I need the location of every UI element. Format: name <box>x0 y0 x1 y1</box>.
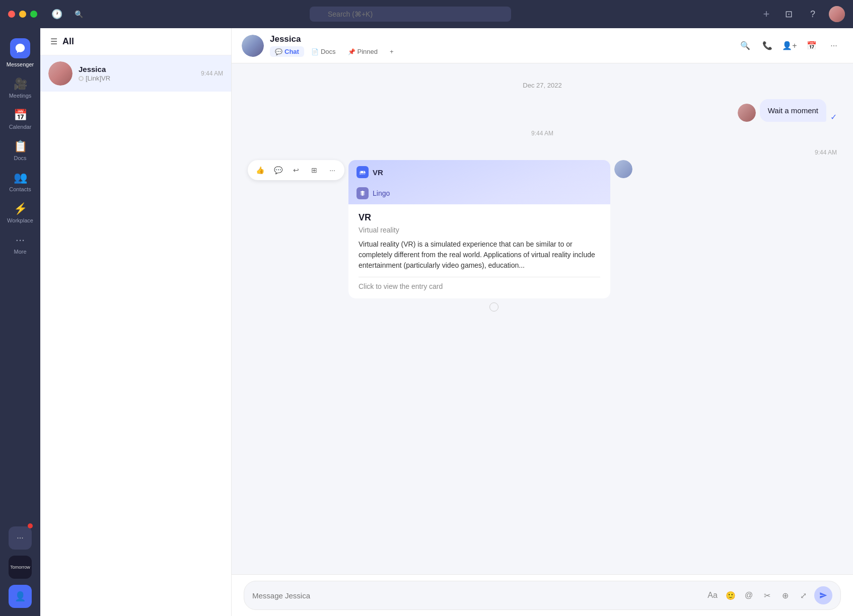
more-options-button[interactable]: ··· <box>825 37 843 55</box>
calendar-button[interactable]: 📅 <box>803 37 821 55</box>
scissors-icon[interactable]: ✂ <box>760 588 774 602</box>
tab-chat-label: Chat <box>285 48 299 55</box>
conv-preview-text: [Link]VR <box>86 74 110 82</box>
sidebar-item-docs[interactable]: 📋 Docs <box>3 136 37 165</box>
user-profile-button[interactable]: 👤 <box>9 585 32 608</box>
sidebar-item-label-calendar: Calendar <box>9 124 32 130</box>
close-button[interactable] <box>8 11 15 18</box>
vr-card-link[interactable]: Click to view the entry card <box>359 282 600 290</box>
send-button[interactable] <box>814 586 832 604</box>
forward-action[interactable]: ↩ <box>288 162 304 178</box>
message-input[interactable] <box>252 591 700 600</box>
traffic-lights <box>8 11 37 18</box>
user-avatar[interactable] <box>829 6 845 22</box>
vr-lingo-row: Lingo <box>348 184 610 204</box>
add-tab-label: + <box>390 48 394 55</box>
conv-time: 9:44 AM <box>201 70 223 77</box>
chat-button[interactable]: ··· <box>9 526 32 550</box>
message-status: ✓ <box>830 112 837 122</box>
message-time: 9:44 AM <box>815 149 837 156</box>
vr-card-definition: Virtual reality <box>359 226 600 234</box>
contacts-icon: 👥 <box>14 171 27 184</box>
input-area: Aa 🙂 @ ✂ ⊕ ⤢ <box>232 574 853 616</box>
emoji-icon[interactable]: 🙂 <box>724 588 738 602</box>
minimize-button[interactable] <box>19 11 26 18</box>
grid-action[interactable]: ⊞ <box>306 162 322 178</box>
reply-action[interactable]: 💬 <box>270 162 286 178</box>
sidebar-item-contacts[interactable]: 👥 Contacts <box>3 167 37 196</box>
message-actions-toolbar: 👍 💬 ↩ ⊞ ··· <box>248 160 344 180</box>
vr-card[interactable]: VR Lingo VR Virtual rea <box>348 160 610 298</box>
mention-icon[interactable]: @ <box>742 588 756 602</box>
pinned-tab-icon: 📌 <box>348 48 356 55</box>
notification-badge <box>28 523 33 528</box>
vr-card-title: VR <box>373 168 383 177</box>
add-member-button[interactable]: 👤+ <box>780 37 799 55</box>
avatar <box>614 160 632 178</box>
workplace-icon: ⚡ <box>14 202 27 215</box>
tomorrow-label: Tomorrow <box>10 565 30 570</box>
font-size-icon[interactable]: Aa <box>705 588 720 602</box>
sidebar-item-meetings[interactable]: 🎥 Meetings <box>3 73 37 103</box>
message-row-with-actions: 👍 💬 ↩ ⊞ ··· <box>248 160 632 298</box>
chat-header-actions: 🔍 📞 👤+ 📅 ··· <box>736 37 843 55</box>
conversations-header: ☰ All <box>40 28 231 55</box>
new-chat-button[interactable]: + <box>758 6 774 22</box>
message-bubble: Wait a moment <box>760 99 826 122</box>
main-content: Messenger 🎥 Meetings 📅 Calendar 📋 Docs 👥… <box>0 28 853 616</box>
history-icon[interactable]: 🕐 <box>51 9 62 20</box>
conv-name: Jessica <box>79 65 195 73</box>
help-icon[interactable]: ? <box>805 6 821 22</box>
like-action[interactable]: 👍 <box>252 162 268 178</box>
sidebar-item-calendar[interactable]: 📅 Calendar <box>3 105 37 134</box>
screen-share-icon[interactable]: ⊡ <box>780 6 797 22</box>
sidebar-item-workplace[interactable]: ⚡ Workplace <box>3 198 37 227</box>
tab-pinned[interactable]: 📌 Pinned <box>343 46 383 57</box>
sidebar-item-label-meetings: Meetings <box>9 93 32 99</box>
sidebar-item-label-workplace: Workplace <box>7 217 33 223</box>
tab-docs-label: Docs <box>321 48 336 55</box>
sidebar-item-label-messenger: Messenger <box>7 61 34 67</box>
table-row: ✓ Wait a moment <box>248 99 837 122</box>
message-input-wrapper: Aa 🙂 @ ✂ ⊕ ⤢ <box>244 581 841 610</box>
tomorrow-app[interactable]: Tomorrow <box>9 556 32 579</box>
chat-tabs: 💬 Chat 📄 Docs 📌 Pinned + <box>270 46 730 57</box>
call-button[interactable]: 📞 <box>758 37 776 55</box>
check-icon: ✓ <box>830 112 837 122</box>
sidebar-item-more[interactable]: ··· More <box>3 229 37 259</box>
filter-icon: ☰ <box>50 37 57 46</box>
time-divider: 9:44 AM <box>248 130 837 137</box>
search-chat-button[interactable]: 🔍 <box>736 37 754 55</box>
maximize-button[interactable] <box>30 11 37 18</box>
list-item[interactable]: Jessica [Link]VR 9:44 AM <box>40 55 231 92</box>
chat-tab-icon: 💬 <box>275 48 282 55</box>
search-input[interactable] <box>310 7 511 22</box>
tab-docs[interactable]: 📄 Docs <box>306 46 341 57</box>
search-icon: 🔍 <box>75 10 83 18</box>
input-tools: Aa 🙂 @ ✂ ⊕ ⤢ <box>705 586 832 604</box>
search-wrapper: 🔍 <box>68 7 752 22</box>
sidebar-item-label-contacts: Contacts <box>9 186 31 192</box>
user-icon: 👤 <box>15 591 26 602</box>
more-icon: ··· <box>16 234 25 247</box>
tab-chat[interactable]: 💬 Chat <box>270 46 304 57</box>
avatar <box>738 104 756 122</box>
conversations-title: All <box>62 36 74 47</box>
docs-icon: 📋 <box>14 140 27 153</box>
lingo-icon <box>357 187 369 199</box>
tab-add[interactable]: + <box>385 46 399 57</box>
sidebar-item-messenger[interactable]: Messenger <box>3 34 37 71</box>
conv-preview: [Link]VR <box>79 74 195 82</box>
vr-card-description: Virtual reality (VR) is a simulated expe… <box>359 239 600 271</box>
chat-header-info: Jessica 💬 Chat 📄 Docs 📌 Pinned <box>270 34 730 57</box>
messenger-icon <box>10 38 30 58</box>
message-text: Wait a moment <box>768 106 818 115</box>
vr-card-icon <box>357 166 369 178</box>
meetings-icon: 🎥 <box>14 78 27 91</box>
chat-contact-avatar <box>242 35 264 57</box>
expand-icon[interactable]: ⤢ <box>796 588 810 602</box>
more-action[interactable]: ··· <box>324 162 340 178</box>
received-message-group: 9:44 AM 👍 💬 ↩ ⊞ ··· <box>248 145 837 312</box>
add-attachment-icon[interactable]: ⊕ <box>778 588 792 602</box>
conv-info: Jessica [Link]VR <box>79 65 195 82</box>
